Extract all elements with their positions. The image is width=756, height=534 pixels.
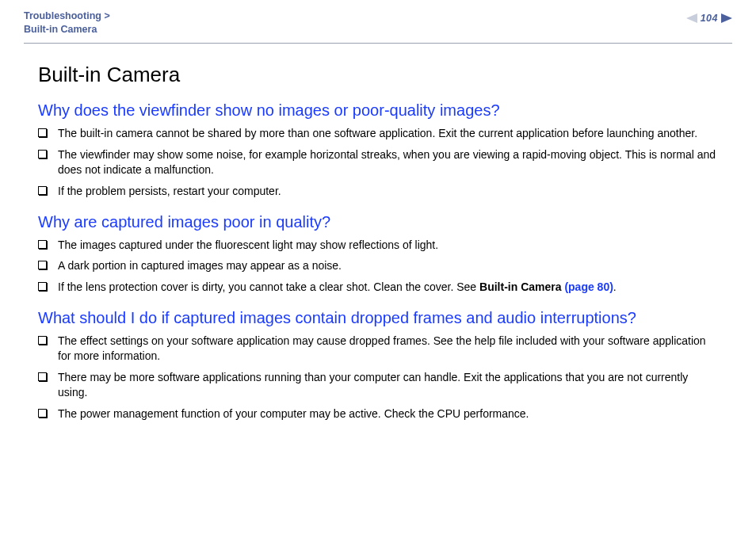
list-item: If the problem persists, restart your co… [38, 184, 720, 199]
list-item-text: The viewfinder may show some noise, for … [58, 147, 720, 177]
bullet-icon [38, 409, 47, 418]
list-item-text: The images captured under the fluorescen… [58, 238, 720, 253]
list-item-text: There may be more software applications … [58, 370, 720, 400]
breadcrumb: Troubleshooting > Built-in Camera [24, 10, 110, 36]
bullet-icon [38, 186, 47, 195]
list-item: There may be more software applications … [38, 370, 720, 400]
answer-list: The images captured under the fluorescen… [38, 238, 720, 296]
bullet-icon [38, 261, 47, 269]
list-item-text-lead: If the lens protection cover is dirty, y… [58, 280, 479, 293]
bullet-icon [38, 336, 47, 345]
answer-list: The built-in camera cannot be shared by … [38, 126, 720, 199]
question-heading: Why does the viewfinder show no images o… [38, 101, 720, 120]
list-item: A dark portion in captured images may ap… [38, 258, 720, 273]
breadcrumb-page: Built-in Camera [24, 24, 97, 35]
content-area: Built-in Camera Why does the viewfinder … [24, 44, 732, 421]
list-item: The viewfinder may show some noise, for … [38, 147, 720, 177]
prev-page-icon[interactable] [686, 13, 697, 23]
question-heading: What should I do if captured images cont… [38, 309, 720, 327]
page-nav: 104 [686, 13, 732, 24]
svg-marker-1 [721, 13, 732, 23]
list-item-text: A dark portion in captured images may ap… [58, 258, 720, 273]
page-reference-link[interactable]: (page 80) [564, 280, 613, 293]
bullet-icon [38, 240, 47, 249]
list-item: If the lens protection cover is dirty, y… [38, 280, 720, 295]
next-page-icon[interactable] [721, 13, 732, 23]
question-heading: Why are captured images poor in quality? [38, 213, 720, 231]
answer-list: The effect settings on your software app… [38, 334, 720, 421]
list-item: The effect settings on your software app… [38, 334, 720, 364]
svg-marker-0 [686, 13, 697, 23]
cross-reference-title: Built-in Camera [479, 280, 564, 293]
list-item: The power management function of your co… [38, 406, 720, 421]
page-header: Troubleshooting > Built-in Camera 104 [24, 10, 732, 41]
breadcrumb-section: Troubleshooting > [24, 10, 110, 21]
bullet-icon [38, 372, 47, 381]
list-item-text: The built-in camera cannot be shared by … [58, 126, 720, 141]
bullet-icon [38, 150, 47, 158]
list-item: The images captured under the fluorescen… [38, 238, 720, 253]
bullet-icon [38, 128, 47, 137]
list-item-text: If the problem persists, restart your co… [58, 184, 720, 199]
page-container: Troubleshooting > Built-in Camera 104 Bu… [0, 0, 756, 421]
list-item-text-tail: . [613, 280, 617, 293]
list-item: The built-in camera cannot be shared by … [38, 126, 720, 141]
page-title: Built-in Camera [38, 63, 720, 87]
list-item-text: The power management function of your co… [58, 406, 720, 421]
bullet-icon [38, 282, 47, 291]
list-item-text: If the lens protection cover is dirty, y… [58, 280, 720, 295]
page-number: 104 [701, 13, 718, 24]
list-item-text: The effect settings on your software app… [58, 334, 720, 364]
